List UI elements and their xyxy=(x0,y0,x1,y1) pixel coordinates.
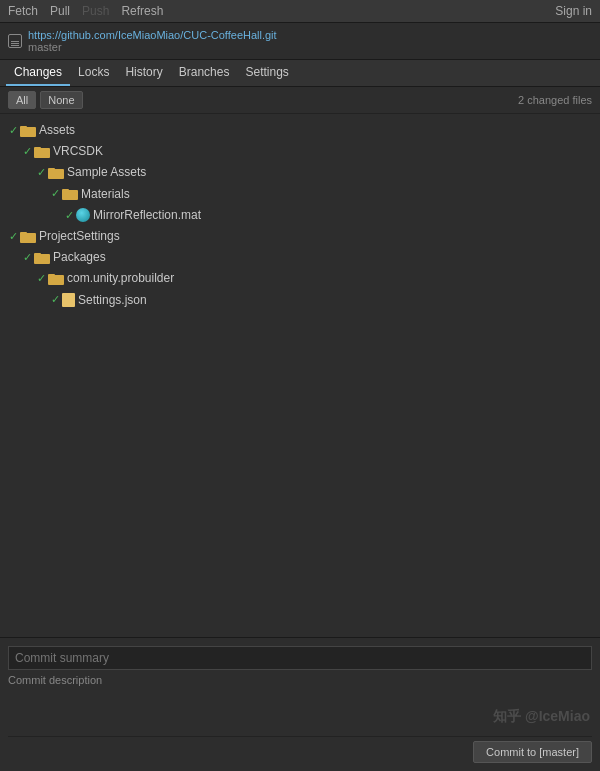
svg-rect-3 xyxy=(34,147,41,150)
tab-locks[interactable]: Locks xyxy=(70,60,117,86)
folder-icon xyxy=(20,231,36,243)
refresh-button[interactable]: Refresh xyxy=(121,4,163,18)
check-icon: ✓ xyxy=(48,185,62,203)
svg-rect-13 xyxy=(48,274,55,277)
filter-bar: All None 2 changed files xyxy=(0,87,600,114)
folder-icon xyxy=(62,188,78,200)
check-icon: ✓ xyxy=(34,270,48,288)
svg-rect-1 xyxy=(20,126,27,129)
watermark: 知乎 @IceMiao xyxy=(493,708,590,726)
svg-rect-9 xyxy=(20,232,27,235)
filter-none-button[interactable]: None xyxy=(40,91,82,109)
changed-files-count: 2 changed files xyxy=(518,94,592,106)
svg-rect-7 xyxy=(62,189,69,192)
commit-area: Commit description Commit to [master] xyxy=(0,637,600,771)
list-item[interactable]: ✓ Sample Assets xyxy=(0,162,600,183)
item-label: Packages xyxy=(53,248,106,267)
check-icon: ✓ xyxy=(48,291,62,309)
check-icon: ✓ xyxy=(62,207,76,225)
repo-url[interactable]: https://github.com/IceMiaoMiao/CUC-Coffe… xyxy=(28,29,277,41)
item-label: Sample Assets xyxy=(67,163,146,182)
item-label: Assets xyxy=(39,121,75,140)
commit-description-label: Commit description xyxy=(8,674,592,686)
tab-changes[interactable]: Changes xyxy=(6,60,70,86)
folder-icon xyxy=(48,273,64,285)
item-label: Materials xyxy=(81,185,130,204)
push-button: Push xyxy=(82,4,109,18)
pull-button[interactable]: Pull xyxy=(50,4,70,18)
item-label: com.unity.probuilder xyxy=(67,269,174,288)
check-icon: ✓ xyxy=(20,249,34,267)
check-icon: ✓ xyxy=(20,143,34,161)
folder-icon xyxy=(34,252,50,264)
sign-in-button[interactable]: Sign in xyxy=(555,4,592,18)
svg-rect-11 xyxy=(34,253,41,256)
svg-rect-5 xyxy=(48,168,55,171)
tab-branches[interactable]: Branches xyxy=(171,60,238,86)
item-label: Settings.json xyxy=(78,291,147,310)
filter-buttons-group: All None xyxy=(8,91,83,109)
item-label: MirrorReflection.mat xyxy=(93,206,201,225)
json-file-icon xyxy=(62,293,75,307)
list-item[interactable]: ✓ VRCSDK xyxy=(0,141,600,162)
list-item[interactable]: ✓ ProjectSettings xyxy=(0,226,600,247)
folder-icon xyxy=(48,167,64,179)
fetch-button[interactable]: Fetch xyxy=(8,4,38,18)
file-tree-container[interactable]: ✓ Assets ✓ VRCSDK ✓ Sample Assets ✓ xyxy=(0,114,600,317)
repo-icon xyxy=(8,34,22,48)
repo-info-bar: https://github.com/IceMiaoMiao/CUC-Coffe… xyxy=(0,23,600,60)
check-icon: ✓ xyxy=(6,228,20,246)
tab-settings[interactable]: Settings xyxy=(237,60,296,86)
folder-icon xyxy=(20,125,36,137)
check-icon: ✓ xyxy=(34,164,48,182)
nav-actions-group: Fetch Pull Push Refresh xyxy=(8,4,163,18)
list-item[interactable]: ✓ Packages xyxy=(0,247,600,268)
commit-summary-input[interactable] xyxy=(8,646,592,670)
file-tree: ✓ Assets ✓ VRCSDK ✓ Sample Assets ✓ xyxy=(0,114,600,317)
list-item[interactable]: ✓ Assets xyxy=(0,120,600,141)
repo-details: https://github.com/IceMiaoMiao/CUC-Coffe… xyxy=(28,29,277,53)
repo-branch: master xyxy=(28,41,277,53)
check-icon: ✓ xyxy=(6,122,20,140)
list-item[interactable]: ✓ Materials xyxy=(0,184,600,205)
filter-all-button[interactable]: All xyxy=(8,91,36,109)
list-item[interactable]: ✓ com.unity.probuilder xyxy=(0,268,600,289)
item-label: VRCSDK xyxy=(53,142,103,161)
tab-bar: Changes Locks History Branches Settings xyxy=(0,60,600,87)
mat-file-icon xyxy=(76,208,90,222)
commit-footer: Commit to [master] xyxy=(8,736,592,763)
list-item[interactable]: ✓ MirrorReflection.mat xyxy=(0,205,600,226)
top-nav-bar: Fetch Pull Push Refresh Sign in xyxy=(0,0,600,23)
folder-icon xyxy=(34,146,50,158)
list-item[interactable]: ✓ Settings.json xyxy=(0,290,600,311)
commit-button[interactable]: Commit to [master] xyxy=(473,741,592,763)
tab-history[interactable]: History xyxy=(117,60,170,86)
item-label: ProjectSettings xyxy=(39,227,120,246)
